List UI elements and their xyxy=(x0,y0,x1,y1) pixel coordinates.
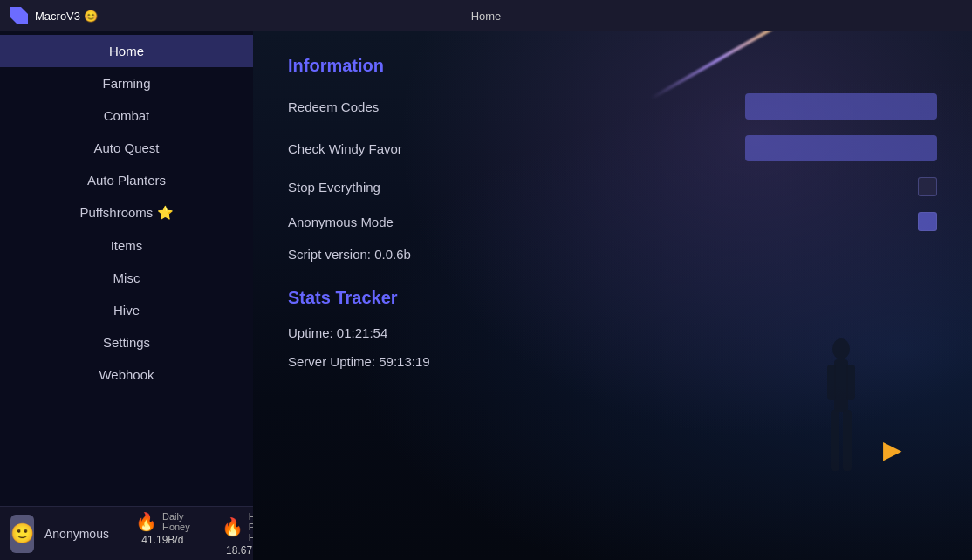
stop-everything-label: Stop Everything xyxy=(288,180,462,195)
honey-icon-daily: 🔥 xyxy=(135,511,157,532)
main-layout: Home Farming Combat Auto Quest Auto Plan… xyxy=(0,31,972,560)
sidebar-item-combat[interactable]: Combat xyxy=(0,99,253,132)
title-bar: MacroV3 😊 Home xyxy=(0,0,972,31)
svg-rect-4 xyxy=(831,410,839,471)
stats-title: Stats Tracker xyxy=(288,288,937,308)
content-overlay: Information Redeem Codes Check Windy Fav… xyxy=(253,31,972,407)
page-title: Home xyxy=(471,10,502,23)
sidebar-item-auto-quest[interactable]: Auto Quest xyxy=(0,132,253,164)
content-area: ▶ Information Redeem Codes Check Windy F… xyxy=(253,31,972,560)
daily-honey-label: Daily Honey xyxy=(162,511,190,532)
redeem-codes-input[interactable] xyxy=(745,93,937,120)
sidebar-item-farming[interactable]: Farming xyxy=(0,67,253,99)
sidebar: Home Farming Combat Auto Quest Auto Plan… xyxy=(0,31,253,560)
check-windy-favor-input[interactable] xyxy=(745,135,937,161)
sidebar-nav: Home Farming Combat Auto Quest Auto Plan… xyxy=(0,31,253,506)
sidebar-item-hive[interactable]: Hive xyxy=(0,294,253,326)
anonymous-mode-row: Anonymous Mode xyxy=(288,212,937,231)
information-section: Information Redeem Codes Check Windy Fav… xyxy=(288,56,937,262)
daily-honey-stat: 🔥 Daily Honey 41.19B/d xyxy=(120,506,206,561)
check-windy-favor-label: Check Windy Favor xyxy=(288,141,462,156)
sidebar-item-puffshrooms[interactable]: Puffshrooms ⭐ xyxy=(0,196,253,229)
stop-everything-row: Stop Everything xyxy=(288,177,937,196)
sidebar-footer: 🙂 Anonymous 🔥 Daily Honey 41.19B/d 🔥 Hon… xyxy=(0,506,253,560)
sidebar-item-home[interactable]: Home xyxy=(0,35,253,67)
svg-rect-5 xyxy=(843,410,852,471)
sidebar-item-auto-planters[interactable]: Auto Planters xyxy=(0,164,253,196)
stop-everything-checkbox[interactable] xyxy=(918,177,937,196)
redeem-codes-row: Redeem Codes xyxy=(288,93,937,120)
sidebar-item-webhook[interactable]: Webhook xyxy=(0,359,253,391)
server-uptime-row: Server Uptime: 59:13:19 xyxy=(288,354,937,369)
sidebar-item-misc[interactable]: Misc xyxy=(0,262,253,294)
sidebar-item-settings[interactable]: Settings xyxy=(0,326,253,359)
script-version-row: Script version: 0.0.6b xyxy=(288,247,937,262)
sidebar-item-items[interactable]: Items xyxy=(0,229,253,262)
anonymous-mode-checkbox[interactable] xyxy=(918,212,937,231)
honey-icon-hourly: 🔥 xyxy=(222,516,243,537)
information-title: Information xyxy=(288,56,937,76)
script-version-text: Script version: 0.0.6b xyxy=(288,247,411,262)
app-logo xyxy=(10,7,28,24)
daily-honey-value: 41.19B/d xyxy=(141,534,183,546)
anonymous-mode-label: Anonymous Mode xyxy=(288,215,462,229)
check-windy-favor-row: Check Windy Favor xyxy=(288,135,937,161)
avatar: 🙂 xyxy=(10,515,34,553)
username-label: Anonymous xyxy=(44,527,109,541)
stats-section: Stats Tracker Uptime: 01:21:54 Server Up… xyxy=(288,288,937,369)
redeem-codes-label: Redeem Codes xyxy=(288,99,462,114)
uptime-row: Uptime: 01:21:54 xyxy=(288,325,937,340)
cursor-arrow: ▶ xyxy=(883,435,902,464)
avatar-emoji: 🙂 xyxy=(10,522,34,545)
